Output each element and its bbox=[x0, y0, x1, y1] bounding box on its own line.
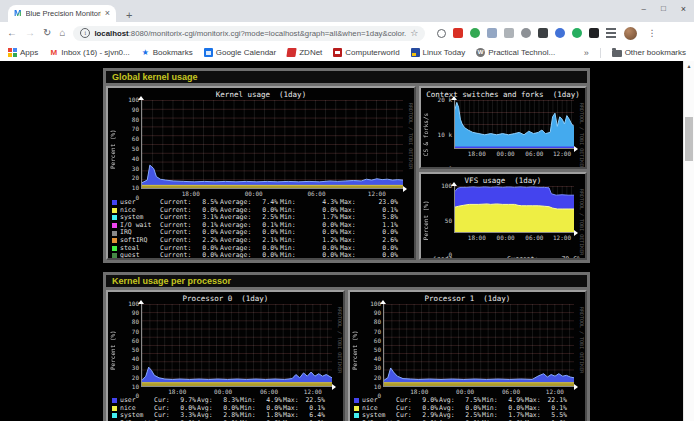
legend-swatch-icon bbox=[112, 246, 117, 251]
y-axis-label: CS & forks/s bbox=[422, 100, 432, 169]
y-axis-label: Percent (%) bbox=[109, 100, 119, 198]
legend-swatch-icon bbox=[354, 413, 359, 418]
scrollbar-thumb[interactable] bbox=[685, 117, 693, 161]
bookmark-label: Inbox (16) - sjvn0... bbox=[61, 48, 129, 57]
computerworld-icon bbox=[333, 48, 342, 57]
section-global-kernel-usage: Global kernel usage Kernel usage (1day)P… bbox=[103, 68, 590, 263]
legend-row: inodeCurrent:70.6% bbox=[425, 256, 581, 260]
scrollbar-up-icon[interactable]: ▲ bbox=[684, 63, 694, 69]
legend-swatch-icon bbox=[112, 253, 117, 258]
extension-icons bbox=[437, 28, 616, 38]
legend-row: IRQCurrent:0.0%Average:0.0%Min:0.0%Max:0… bbox=[112, 229, 410, 237]
bookmark-label: Apps bbox=[20, 48, 38, 57]
legend-row: niceCurrent:0.0%Average:0.0%Min:0.0%Max:… bbox=[112, 207, 410, 215]
gray-extension-icon[interactable] bbox=[504, 28, 514, 38]
folder-icon bbox=[612, 50, 622, 57]
rrdtool-watermark: RRDTOOL / TOBI OETIKER bbox=[403, 100, 414, 198]
bookmark-label: Google Calendar bbox=[216, 48, 276, 57]
plot-area bbox=[454, 186, 574, 233]
legend-swatch-icon bbox=[112, 238, 117, 243]
graph-legend: userCurrent:8.5%Average:7.4%Min:4.3%Max:… bbox=[108, 198, 414, 260]
legend-swatch-icon bbox=[112, 231, 117, 236]
section-kernel-usage-per-processor: Kernel usage per processor Processor 0 (… bbox=[103, 272, 590, 421]
forward-icon[interactable]: → bbox=[25, 27, 35, 39]
bookmarks-bar: AppsMInbox (16) - sjvn0...★BookmarksGoog… bbox=[0, 44, 694, 62]
rrdtool-watermark: RRDTOOL / TOBI OETIKER bbox=[574, 186, 585, 255]
home-icon[interactable]: ⌂ bbox=[59, 27, 65, 39]
x-axis-ticks: 18:0000:0006:0012:00 bbox=[454, 149, 574, 158]
kernel-usage-graph[interactable]: Kernel usage (1day)Percent (%)1009080706… bbox=[106, 86, 416, 260]
profile-avatar[interactable] bbox=[624, 27, 637, 40]
graph-legend: userCur:9.7%Avg:8.3%Min:4.9%Max:22.5%nic… bbox=[108, 396, 343, 421]
tab-title: Blue Precision Monitorix bbox=[26, 9, 101, 18]
browser-tab[interactable]: M Blue Precision Monitorix × bbox=[8, 5, 116, 22]
plot-area bbox=[141, 304, 332, 387]
bookmark-star[interactable]: ★Bookmarks bbox=[141, 48, 193, 57]
legend-swatch-icon bbox=[112, 223, 117, 228]
bookmark-items: AppsMInbox (16) - sjvn0...★BookmarksGoog… bbox=[8, 48, 555, 57]
bookmarks-overflow-icon[interactable]: » bbox=[584, 48, 589, 58]
y-axis-ticks: 100500 bbox=[432, 186, 454, 255]
legend-swatch-icon bbox=[112, 200, 117, 205]
pin-extension-icon[interactable] bbox=[589, 28, 599, 38]
y-axis-ticks: 1009080706050403020100 bbox=[361, 304, 383, 396]
bookmark-calendar[interactable]: Google Calendar bbox=[204, 48, 276, 57]
vfs-usage-graph[interactable]: VFS usage (1day)Percent (%)10050018:0000… bbox=[419, 172, 587, 260]
plot-area bbox=[141, 100, 403, 189]
page-info-icon[interactable]: i bbox=[80, 28, 90, 38]
chrome-menu-icon[interactable]: ⋮ bbox=[645, 28, 658, 38]
green-dot-extension-icon[interactable] bbox=[572, 28, 582, 38]
window-close-button[interactable]: × bbox=[681, 4, 686, 14]
page-scrollbar[interactable]: ▲ bbox=[683, 61, 694, 421]
bookmark-label: Linux Today bbox=[423, 48, 466, 57]
bookmark-computerworld[interactable]: Computerworld bbox=[333, 48, 399, 57]
legend-swatch-icon bbox=[112, 208, 117, 213]
green-extension-icon[interactable] bbox=[470, 28, 480, 38]
plot-area bbox=[383, 304, 574, 387]
list-extension-icon[interactable] bbox=[606, 28, 616, 38]
legend-swatch-icon bbox=[112, 406, 117, 411]
legend-row: guestCurrent:0.0%Average:0.0%Min:0.0%Max… bbox=[112, 252, 410, 260]
blue-extension-icon[interactable] bbox=[555, 28, 565, 38]
wordpress-icon: W bbox=[476, 48, 485, 57]
processor-0-graph[interactable]: Processor 0 (1day)Percent (%)10090807060… bbox=[106, 290, 345, 421]
legend-swatch-icon bbox=[425, 258, 430, 260]
dark-extension-icon[interactable] bbox=[538, 28, 548, 38]
new-tab-button[interactable]: + bbox=[126, 8, 132, 22]
pages-extension-icon[interactable] bbox=[487, 28, 497, 38]
minimize-button[interactable]: – bbox=[641, 4, 645, 14]
bookmark-apps[interactable]: Apps bbox=[8, 48, 38, 57]
reload-icon[interactable]: ↻ bbox=[43, 27, 51, 39]
legend-swatch-icon bbox=[112, 215, 117, 220]
bookmark-label: Practical Technol... bbox=[488, 48, 555, 57]
bookmark-gmail[interactable]: MInbox (16) - sjvn0... bbox=[49, 48, 129, 57]
url-text: localhost:8080/monitorix-cgi/monitorix.c… bbox=[94, 29, 406, 38]
glasses-extension-icon[interactable] bbox=[521, 28, 531, 38]
section-title: Global kernel usage bbox=[106, 71, 587, 83]
legend-row: stealCurrent:0.0%Average:0.0%Min:0.0%Max… bbox=[112, 245, 410, 253]
y-axis-ticks: 20 k10 k0 bbox=[432, 100, 454, 169]
back-icon[interactable]: ← bbox=[7, 27, 17, 39]
legend-swatch-icon bbox=[354, 398, 359, 403]
processor-1-graph[interactable]: Processor 1 (1day)Percent (%)10090807060… bbox=[348, 290, 587, 421]
address-bar[interactable]: i localhost:8080/monitorix-cgi/monitorix… bbox=[73, 26, 425, 41]
legend-swatch-icon bbox=[354, 406, 359, 411]
y-axis-ticks: 1009080706050403020100 bbox=[119, 100, 141, 198]
x-axis-ticks: 18:0000:0006:0012:00 bbox=[454, 233, 574, 242]
bookmark-linuxtoday[interactable]: Linux Today bbox=[411, 48, 466, 57]
y-axis-ticks: 1009080706050403020100 bbox=[119, 304, 141, 396]
graph-title: Kernel usage (1day) bbox=[108, 88, 414, 100]
page-content: Global kernel usage Kernel usage (1day)P… bbox=[0, 61, 694, 421]
maximize-button[interactable]: □ bbox=[661, 4, 666, 14]
y-axis-label: Percent (%) bbox=[109, 304, 119, 396]
apps-icon bbox=[8, 48, 17, 57]
bookmark-zdnet[interactable]: ZDNet bbox=[287, 48, 322, 57]
bookmark-star-icon[interactable]: ☆ bbox=[410, 28, 418, 38]
bookmark-wordpress[interactable]: WPractical Technol... bbox=[476, 48, 555, 57]
rrdtool-watermark: RRDTOOL / TOBI OETIKER bbox=[574, 100, 585, 169]
gmail-extension-icon[interactable] bbox=[453, 28, 463, 38]
tab-close-icon[interactable]: × bbox=[105, 9, 110, 18]
other-bookmarks-button[interactable]: Other bookmarks bbox=[612, 48, 686, 57]
search-extension-icon[interactable] bbox=[437, 29, 446, 38]
context-switches-graph[interactable]: Context switches and forks (1day)CS & fo… bbox=[419, 86, 587, 169]
